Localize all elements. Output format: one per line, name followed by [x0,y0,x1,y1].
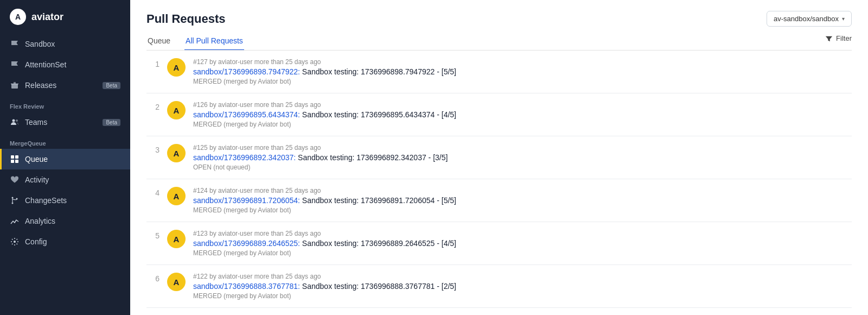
pr-link[interactable]: sandbox/1736996898.7947922: [193,67,300,76]
chevron-down-icon: ▾ [842,16,845,22]
page-title: Pull Requests [146,12,225,26]
merge-queue-section: MergeQueue [0,133,130,149]
pr-title: sandbox/1736996891.7206054: Sandbox test… [193,196,852,205]
pr-title: sandbox/1736996898.7947922: Sandbox test… [193,67,852,76]
sidebar-label-activity: Activity [25,175,49,184]
pr-index: 1 [146,58,159,68]
pr-index: 3 [146,144,159,154]
filter-button[interactable]: Filter [825,34,852,42]
pr-details: #124 by aviator-user more than 25 days a… [193,187,852,214]
avatar: A [167,187,186,205]
pr-meta: #126 by aviator-user more than 25 days a… [193,101,852,109]
pr-details: #126 by aviator-user more than 25 days a… [193,101,852,128]
sidebar-label-config: Config [25,237,47,246]
pr-status: MERGED (merged by Aviator bot) [193,121,852,128]
table-row: 7 A #121 by aviator-user more than 25 da… [146,308,852,315]
pr-details: #125 by aviator-user more than 25 days a… [193,144,852,171]
pr-meta: #124 by aviator-user more than 25 days a… [193,187,852,194]
pr-link[interactable]: sandbox/1736996888.3767781: [193,282,300,291]
avatar: A [167,101,186,119]
sidebar: A aviator Sandbox AttentionSet Releases … [0,0,130,315]
pr-link[interactable]: sandbox/1736996889.2646525: [193,239,300,248]
sidebar-label-releases: Releases [25,81,56,90]
sidebar-item-attentionset[interactable]: AttentionSet [0,54,130,75]
sidebar-item-activity[interactable]: Activity [0,169,130,190]
grid-icon [10,154,20,164]
svg-point-9 [16,198,18,200]
table-row: 1 A #127 by aviator-user more than 25 da… [146,51,852,93]
svg-rect-6 [15,160,18,163]
svg-point-1 [12,119,15,122]
people-icon [10,117,20,127]
logo-text: aviator [31,11,63,23]
sidebar-item-sandbox[interactable]: Sandbox [0,34,130,54]
svg-point-8 [12,203,14,204]
sidebar-item-changesets[interactable]: ChangeSets [0,190,130,211]
filter-label: Filter [836,34,852,42]
settings-icon [10,237,20,247]
pr-meta: #127 by aviator-user more than 25 days a… [193,58,852,66]
flag2-icon [10,60,20,70]
table-row: 6 A #122 by aviator-user more than 25 da… [146,265,852,308]
flag-icon [10,39,20,49]
pr-list: 1 A #127 by aviator-user more than 25 da… [146,51,852,315]
table-row: 4 A #124 by aviator-user more than 25 da… [146,179,852,222]
pr-title: sandbox/1736996888.3767781: Sandbox test… [193,282,852,291]
pr-details: #122 by aviator-user more than 25 days a… [193,273,852,300]
avatar: A [167,230,186,248]
pr-list-container: 1 A #127 by aviator-user more than 25 da… [130,51,868,315]
pr-status: MERGED (merged by Aviator bot) [193,78,852,85]
pr-meta: #125 by aviator-user more than 25 days a… [193,144,852,152]
pr-title: sandbox/1736996895.6434374: Sandbox test… [193,110,852,119]
sidebar-item-analytics[interactable]: Analytics [0,211,130,231]
heart-icon [10,175,20,185]
svg-point-7 [12,197,14,199]
tabs: Queue All Pull Requests [146,27,825,50]
sidebar-item-releases[interactable]: Releases Beta [0,75,130,96]
tab-queue[interactable]: Queue [146,32,171,51]
sidebar-item-config[interactable]: Config [0,231,130,252]
box-icon [10,80,20,90]
pr-link[interactable]: sandbox/1736996895.6434374: [193,110,300,119]
pr-details: #127 by aviator-user more than 25 days a… [193,58,852,85]
chart-icon [10,216,20,226]
pr-status: MERGED (merged by Aviator bot) [193,292,852,300]
pr-index: 6 [146,273,159,283]
table-row: 5 A #123 by aviator-user more than 25 da… [146,222,852,265]
filter-icon [825,35,833,42]
sidebar-label-analytics: Analytics [25,217,55,225]
repo-selector[interactable]: av-sandbox/sandbox ▾ [767,11,852,27]
flex-review-section: Flex Review [0,96,130,112]
table-row: 2 A #126 by aviator-user more than 25 da… [146,93,852,136]
svg-point-2 [16,119,18,122]
repo-name: av-sandbox/sandbox [774,15,839,23]
releases-badge: Beta [103,82,120,89]
avatar: A [167,273,186,291]
pr-meta: #122 by aviator-user more than 25 days a… [193,273,852,280]
sidebar-item-queue[interactable]: Queue [0,149,130,169]
pr-index: 2 [146,101,159,111]
sidebar-label-changesets: ChangeSets [25,196,67,205]
svg-rect-5 [11,160,14,163]
pr-index: 5 [146,230,159,240]
pr-link[interactable]: sandbox/1736996891.7206054: [193,196,300,205]
sidebar-item-teams[interactable]: Teams Beta [0,112,130,133]
table-row: 3 A #125 by aviator-user more than 25 da… [146,136,852,179]
logo-icon: A [10,9,26,25]
sidebar-label-attentionset: AttentionSet [25,60,66,69]
pr-index: 4 [146,187,159,197]
sidebar-label-teams: Teams [25,118,47,127]
sidebar-label-queue: Queue [25,155,48,163]
page-header: Pull Requests av-sandbox/sandbox ▾ [130,0,868,27]
avatar: A [167,58,186,77]
git-branch-icon [10,196,20,205]
tab-all-pull-requests[interactable]: All Pull Requests [184,32,244,51]
main-content: Pull Requests av-sandbox/sandbox ▾ Queue… [130,0,868,315]
svg-rect-4 [15,155,18,159]
teams-badge: Beta [103,119,120,126]
svg-rect-0 [11,84,18,89]
pr-title: sandbox/1736996892.342037: Sandbox testi… [193,153,852,162]
svg-point-10 [14,241,16,243]
pr-link[interactable]: sandbox/1736996892.342037: [193,153,296,162]
svg-rect-3 [11,155,14,159]
